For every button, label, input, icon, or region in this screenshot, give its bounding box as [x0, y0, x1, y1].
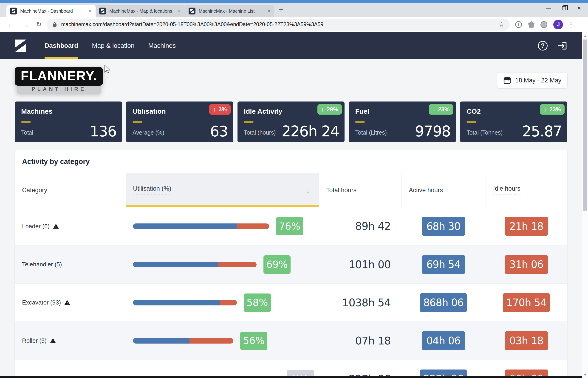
machinemax-favicon-icon: [10, 8, 17, 14]
panel-title: Activity by category: [15, 150, 567, 173]
window-controls: ×: [541, 3, 587, 14]
column-header-total-hours[interactable]: Total hours: [319, 173, 401, 207]
utilisation-bar-active: [133, 262, 219, 267]
extension-2-icon[interactable]: [528, 21, 534, 28]
total-hours-value: 07h 18: [319, 335, 401, 347]
kpi-label: Total: [21, 129, 33, 139]
navbar-right: ?: [538, 41, 567, 51]
column-header-category[interactable]: Category: [15, 173, 126, 207]
machinemax-favicon-icon: [189, 8, 195, 14]
kpi-value: 9798: [415, 124, 451, 139]
active-hours-badge: 68h 30: [422, 217, 465, 236]
active-hours-badge: 868h 06: [420, 293, 467, 312]
column-header-active-hours[interactable]: Active hours: [401, 173, 486, 207]
activity-panel: Activity by category Category Utilisatio…: [15, 150, 567, 378]
page-content: FLANNERY. PLANT HIRE 18 May - 22 May Mac…: [0, 67, 588, 378]
idle-hours-badge: 21h 18: [505, 217, 548, 236]
date-range-label: 18 May - 22 May: [515, 77, 561, 84]
nav-item-machines[interactable]: Machines: [141, 32, 183, 59]
tab-close-icon[interactable]: ×: [178, 8, 181, 14]
kpi-value: 63: [210, 124, 228, 139]
client-logo: FLANNERY. PLANT HIRE: [15, 67, 103, 94]
nav-item-dashboard[interactable]: Dashboard: [38, 32, 85, 59]
utilisation-bar-active: [133, 223, 237, 229]
category-label: Roller (5): [22, 337, 47, 344]
kpi-label: Total (Litres): [355, 129, 387, 139]
scrollbar-up-arrow-icon[interactable]: ▲: [582, 34, 588, 38]
nav-item-map-location[interactable]: Map & location: [85, 32, 141, 59]
close-window-button[interactable]: ×: [572, 3, 587, 14]
reload-button[interactable]: ↻: [36, 21, 41, 28]
tab-dashboard[interactable]: MachineMax - Dashboard ×: [6, 5, 96, 17]
utilisation-bar-idle: [190, 338, 233, 344]
tab-close-icon[interactable]: ×: [89, 8, 92, 14]
page-scrollbar[interactable]: ▲ ▼: [582, 32, 588, 378]
kpi-value: 136: [90, 124, 116, 139]
utilisation-bar: [133, 300, 237, 305]
category-label: Telehandler (5): [22, 261, 62, 268]
minimize-button[interactable]: [541, 3, 556, 14]
tab-map-locations[interactable]: MachineMax - Map & locations ×: [96, 5, 185, 17]
table-header: Category Utilisation (%) ↓ Total hours A…: [15, 173, 567, 207]
warning-icon: [64, 299, 70, 306]
forward-button[interactable]: →: [22, 21, 29, 28]
table-row: Dumper (23) N/A 227h 36 227h 36 00h 00: [15, 360, 567, 378]
extension-1-icon[interactable]: [515, 21, 522, 28]
browser-toolbar: ← → ↻ machinemax.com/dashboard?startDate…: [0, 17, 588, 32]
kpi-accent-dash: [466, 121, 476, 123]
client-subtitle: PLANT HIRE: [31, 86, 86, 92]
extension-3-icon[interactable]: [540, 21, 547, 28]
profile-avatar[interactable]: J: [553, 20, 563, 29]
column-header-utilisation[interactable]: Utilisation (%) ↓: [126, 173, 319, 207]
browser-menu-icon[interactable]: ⋮: [568, 20, 574, 28]
warning-icon: [53, 223, 59, 230]
new-tab-button[interactable]: +: [279, 5, 283, 14]
machinemax-logo-icon[interactable]: [13, 38, 28, 53]
kpi-accent-dash: [133, 121, 142, 123]
kpi-label: Average (%): [133, 129, 164, 139]
restore-button[interactable]: [556, 3, 572, 14]
idle-hours-badge: 170h 54: [503, 293, 550, 312]
bookmark-star-icon[interactable]: ☆: [498, 21, 505, 28]
scrollbar-down-arrow-icon[interactable]: ▼: [582, 373, 588, 377]
kpi-card-fuel: Fuel ↓23% Total (Litres) 9798: [349, 102, 456, 142]
kpi-value: 25.87: [522, 124, 562, 139]
mouse-cursor: [104, 65, 112, 75]
column-header-idle-hours[interactable]: Idle hours: [486, 173, 567, 207]
kpi-accent-dash: [355, 121, 365, 123]
utilisation-bar: [133, 223, 269, 229]
utilisation-badge: 69%: [263, 255, 290, 274]
extensions-area: [515, 21, 547, 28]
total-hours-value: 101h 00: [319, 258, 401, 271]
lock-icon: [52, 22, 61, 27]
logout-icon[interactable]: [557, 41, 567, 51]
kpi-badge: ↓23%: [429, 104, 453, 115]
back-button[interactable]: ←: [8, 21, 15, 28]
arrow-down-icon: ↓: [544, 106, 547, 113]
help-icon[interactable]: ?: [538, 41, 547, 51]
sort-descending-icon[interactable]: ↓: [306, 186, 310, 194]
kpi-value: 226h 24: [282, 124, 339, 139]
arrow-down-icon: ↓: [321, 106, 324, 113]
scrollbar-thumb[interactable]: [583, 40, 587, 211]
total-hours-value: 1038h 54: [319, 297, 401, 309]
client-name: FLANNERY.: [21, 68, 97, 83]
utilisation-bar: [133, 262, 257, 267]
app-navbar: Dashboard Map & location Machines ?: [0, 32, 588, 59]
utilisation-bar-idle: [219, 262, 257, 267]
kpi-cards: Machines Total 136 Utilisation ↑3% Avera…: [15, 102, 567, 142]
nav-label: Map & location: [92, 42, 134, 49]
minimize-icon: [546, 8, 551, 9]
tab-machine-list[interactable]: MachineMax - Machine List ×: [185, 5, 274, 17]
date-range-picker[interactable]: 18 May - 22 May: [497, 73, 567, 88]
kpi-card-co2: CO2 ↓23% Total (Tonnes) 25.87: [460, 102, 567, 142]
address-bar[interactable]: machinemax.com/dashboard?startDate=2020-…: [47, 19, 510, 30]
utilisation-bar-active: [133, 300, 220, 305]
nav-label: Dashboard: [44, 42, 78, 49]
kpi-card-idle-activity: Idle Activity ↓29% Total (hours) 226h 24: [237, 102, 345, 142]
kpi-accent-dash: [21, 121, 31, 123]
kpi-title: Machines: [21, 108, 116, 115]
tab-close-icon[interactable]: ×: [267, 8, 270, 14]
sorted-column-accent-bar: [126, 205, 319, 207]
utilisation-bar-active: [133, 338, 190, 344]
